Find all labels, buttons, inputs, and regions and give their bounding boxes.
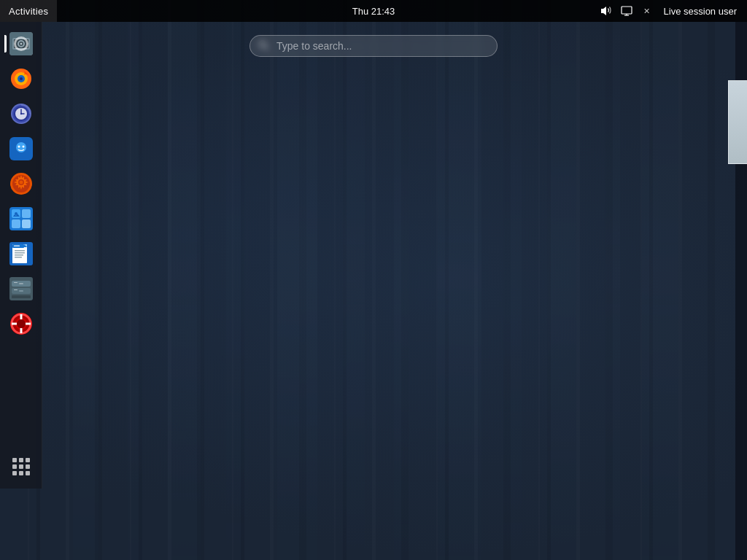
svg-rect-9: [547, 0, 576, 560]
dock-item-help[interactable]: [5, 308, 37, 340]
search-container: [249, 35, 498, 57]
svg-rect-51: [15, 250, 25, 252]
svg-rect-11: [642, 0, 678, 560]
svg-point-33: [20, 113, 21, 114]
help-icon: [9, 312, 33, 335]
dock-item-photos[interactable]: [5, 203, 37, 235]
grid-dot: [12, 471, 17, 475]
dock-item-filemanager[interactable]: [5, 273, 37, 305]
files-drive-icon: [9, 32, 33, 55]
svg-rect-62: [19, 290, 23, 292]
dock-item-timetracker[interactable]: [5, 98, 37, 130]
svg-rect-6: [394, 0, 409, 560]
svg-rect-60: [12, 295, 31, 298]
filemanager-icon: [9, 277, 33, 300]
photos-icon: [9, 207, 33, 230]
svg-rect-64: [14, 289, 18, 290]
settings-icon: [9, 172, 33, 195]
system-tray: ✕ Live session user: [598, 3, 747, 19]
activities-button[interactable]: Activities: [0, 0, 57, 22]
volume-icon[interactable]: [598, 3, 614, 19]
grid-dot: [19, 458, 23, 462]
clock-display: Thu 21:43: [352, 6, 395, 17]
user-menu-button[interactable]: Live session user: [659, 6, 741, 17]
search-input[interactable]: [249, 35, 498, 57]
messaging-icon: [9, 137, 33, 160]
svg-rect-7: [438, 0, 481, 560]
svg-rect-1: [128, 0, 142, 560]
svg-rect-4: [277, 0, 317, 560]
grid-dot: [19, 464, 23, 469]
svg-rect-61: [19, 283, 23, 284]
firefox-icon: [9, 67, 33, 90]
svg-point-26: [20, 77, 23, 80]
svg-point-37: [22, 146, 24, 148]
desktop: [0, 0, 747, 560]
svg-rect-19: [14, 39, 28, 48]
svg-rect-22: [15, 48, 27, 50]
grid-dot: [26, 464, 30, 469]
window-preview: [728, 80, 747, 164]
dock-item-firefox[interactable]: [5, 63, 37, 95]
grid-dot: [12, 464, 17, 469]
svg-point-21: [20, 43, 22, 45]
svg-rect-63: [14, 282, 18, 283]
dock-item-files[interactable]: [5, 28, 37, 60]
svg-point-69: [17, 319, 26, 328]
grid-dot: [26, 471, 30, 475]
svg-rect-52: [15, 252, 25, 254]
dock-item-settings[interactable]: [5, 168, 37, 200]
grid-dot: [19, 471, 23, 475]
grid-dot: [12, 458, 17, 462]
app-grid-icon: [12, 458, 30, 475]
svg-point-41: [19, 181, 23, 184]
user-name: Live session user: [664, 6, 737, 17]
close-session-icon[interactable]: ✕: [639, 3, 655, 19]
timetracker-icon: [9, 102, 33, 125]
background-stripes: [0, 0, 747, 560]
svg-rect-0: [73, 0, 98, 560]
svg-rect-2: [168, 0, 201, 560]
svg-rect-45: [12, 219, 20, 228]
svg-rect-5: [343, 0, 365, 560]
topbar: Activities Thu 21:43 ✕ Live session user: [0, 0, 747, 22]
dock: [0, 22, 42, 489]
svg-point-20: [18, 41, 24, 47]
svg-rect-10: [605, 0, 620, 560]
display-icon[interactable]: [619, 3, 635, 19]
svg-rect-8: [503, 0, 522, 560]
grid-dot: [26, 458, 30, 462]
svg-rect-46: [22, 219, 31, 228]
dock-item-writer[interactable]: [5, 238, 37, 270]
dock-item-appgrid[interactable]: [5, 451, 37, 483]
svg-rect-3: [226, 0, 244, 560]
dock-item-messaging[interactable]: [5, 133, 37, 165]
svg-rect-54: [15, 257, 22, 258]
svg-point-36: [18, 146, 20, 148]
writer-icon: [9, 242, 33, 265]
svg-rect-53: [15, 254, 23, 256]
svg-rect-44: [22, 209, 31, 218]
svg-rect-12: [622, 7, 632, 14]
svg-rect-56: [14, 246, 20, 247]
